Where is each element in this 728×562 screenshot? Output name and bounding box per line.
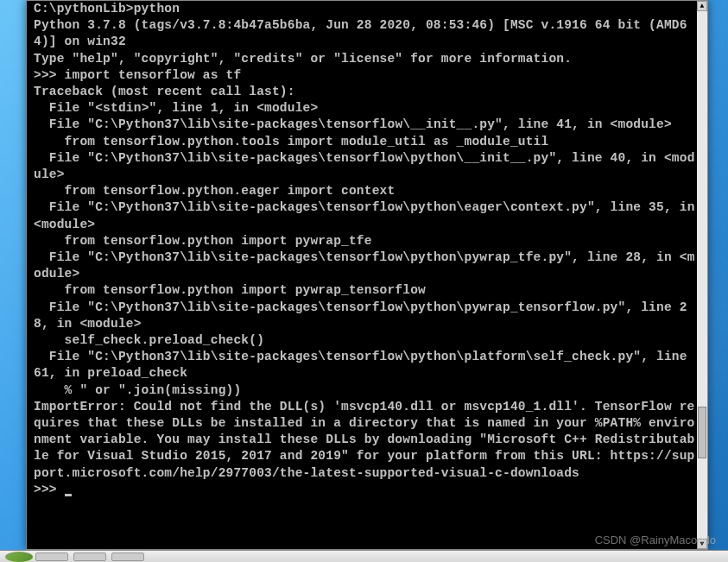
terminal-line: Traceback (most recent call last):: [34, 84, 697, 100]
terminal-line: from tensorflow.python.tools import modu…: [34, 134, 697, 150]
cursor-icon: [65, 494, 72, 496]
terminal-line: self_check.preload_check(): [34, 332, 697, 349]
terminal-line: % " or ".join(missing)): [34, 382, 697, 399]
watermark-text: CSDN @RainyMacondo: [595, 534, 716, 546]
terminal-line: Python 3.7.8 (tags/v3.7.8:4b47a5b6ba, Ju…: [34, 17, 697, 50]
start-button[interactable]: [5, 552, 33, 562]
terminal-line: File "C:\Python37\lib\site-packages\tens…: [34, 199, 697, 232]
terminal-line: File "C:\Python37\lib\site-packages\tens…: [34, 150, 697, 183]
terminal-line: File "C:\Python37\lib\site-packages\tens…: [34, 117, 697, 133]
taskbar-item[interactable]: [111, 553, 144, 561]
vertical-scrollbar[interactable]: ▲ ▼: [697, 1, 707, 549]
terminal-output[interactable]: C:\pythonLib>pythonPython 3.7.8 (tags/v3…: [34, 1, 697, 549]
terminal-line: >>> import tensorflow as tf: [34, 67, 697, 84]
terminal-line: File "C:\Python37\lib\site-packages\tens…: [34, 300, 697, 332]
scrollbar-thumb[interactable]: [698, 407, 706, 458]
terminal-line: File "<stdin>", line 1, in <module>: [34, 100, 697, 117]
scrollbar-track[interactable]: [697, 11, 707, 539]
terminal-line: Type "help", "copyright", "credits" or "…: [34, 51, 697, 67]
taskbar-item[interactable]: [73, 553, 106, 561]
terminal-line: from tensorflow.python import pywrap_tfe: [34, 233, 697, 249]
terminal-line: File "C:\Python37\lib\site-packages\tens…: [34, 249, 697, 282]
taskbar-item[interactable]: [35, 553, 68, 561]
terminal-line: C:\pythonLib>python: [34, 1, 697, 17]
scrollbar-up-button[interactable]: ▲: [697, 1, 707, 11]
taskbar[interactable]: [0, 550, 728, 562]
terminal-prompt[interactable]: >>>: [34, 483, 65, 496]
command-prompt-window: C:\pythonLib>pythonPython 3.7.8 (tags/v3…: [26, 0, 708, 550]
terminal-line: from tensorflow.python.eager import cont…: [34, 183, 697, 199]
terminal-line: File "C:\Python37\lib\site-packages\tens…: [34, 349, 697, 382]
terminal-line: from tensorflow.python import pywrap_ten…: [34, 282, 697, 299]
terminal-line: ImportError: Could not find the DLL(s) '…: [34, 399, 697, 482]
